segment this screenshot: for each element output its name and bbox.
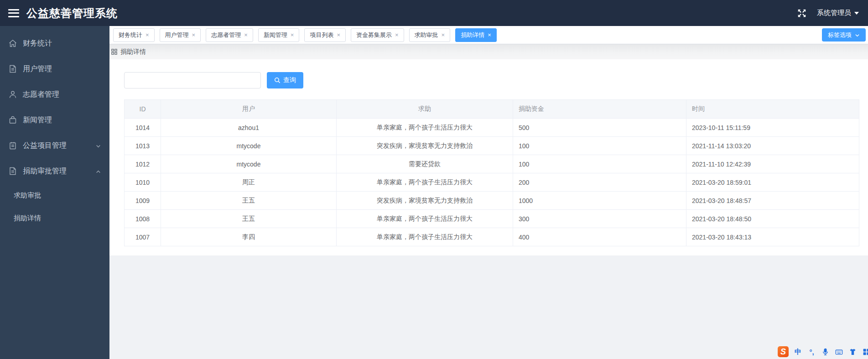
column-header: 求助 bbox=[337, 100, 513, 119]
column-header: 用户 bbox=[161, 100, 337, 119]
sidebar-item-label: 用户管理 bbox=[23, 64, 52, 74]
skin-icon[interactable] bbox=[848, 348, 857, 356]
table-row: 1008王五单亲家庭，两个孩子生活压力很大3002021-03-20 18:48… bbox=[125, 210, 859, 228]
tab-close-icon[interactable]: × bbox=[244, 32, 248, 38]
table-cell: mtycode bbox=[161, 137, 337, 155]
breadcrumb-label: 捐助详情 bbox=[120, 48, 146, 56]
search-icon bbox=[274, 77, 281, 83]
sidebar-subitem-help-approval[interactable]: 求助审批 bbox=[0, 184, 109, 207]
tab-close-icon[interactable]: × bbox=[488, 32, 491, 38]
toolbox-icon[interactable] bbox=[862, 348, 868, 356]
microphone-icon[interactable] bbox=[821, 348, 830, 356]
app-title: 公益慈善管理系统 bbox=[26, 6, 118, 21]
tab-label: 志愿者管理 bbox=[211, 31, 241, 39]
column-header: ID bbox=[125, 100, 161, 119]
tab-user-management[interactable]: 用户管理× bbox=[160, 28, 201, 42]
tags-wrap: 财务统计×用户管理×志愿者管理×新闻管理×项目列表×资金募集展示×求助审批×捐助… bbox=[113, 28, 502, 42]
table-cell: 1013 bbox=[125, 137, 161, 155]
table-cell: 李四 bbox=[161, 228, 337, 246]
main-area: 财务统计×用户管理×志愿者管理×新闻管理×项目列表×资金募集展示×求助审批×捐助… bbox=[109, 26, 868, 359]
table-cell: 1010 bbox=[125, 173, 161, 192]
column-header: 时间 bbox=[686, 100, 859, 119]
table-cell: 2021-03-20 18:59:01 bbox=[686, 173, 859, 192]
tab-project-list[interactable]: 项目列表× bbox=[304, 28, 346, 42]
tab-close-icon[interactable]: × bbox=[192, 32, 196, 38]
sidebar-item-label: 志愿者管理 bbox=[23, 90, 59, 99]
tab-label: 新闻管理 bbox=[264, 31, 287, 39]
keyboard-icon[interactable] bbox=[835, 348, 843, 356]
notebook-icon bbox=[8, 141, 17, 150]
query-button[interactable]: 查询 bbox=[267, 72, 303, 88]
tab-donation-detail[interactable]: 捐助详情× bbox=[455, 28, 497, 42]
table-cell: 2021-03-20 18:48:57 bbox=[686, 192, 859, 210]
table-row: 1009王五突发疾病，家境贫寒无力支持救治10002021-03-20 18:4… bbox=[125, 192, 859, 210]
sidebar-item-volunteer-management[interactable]: 志愿者管理 bbox=[0, 82, 109, 107]
sogou-logo-icon[interactable]: S bbox=[778, 346, 789, 357]
sidebar: 财务统计用户管理志愿者管理新闻管理公益项目管理捐助审批管理求助审批捐助详情 bbox=[0, 26, 109, 359]
donation-table: ID用户求助捐助资金时间 1014azhou1单亲家庭，两个孩子生活压力很大50… bbox=[124, 99, 859, 246]
punctuation-icon[interactable]: °, bbox=[807, 348, 816, 356]
chevron-up-icon bbox=[95, 168, 101, 174]
app-header: 公益慈善管理系统 系统管理员 bbox=[0, 0, 868, 26]
tab-close-icon[interactable]: × bbox=[337, 32, 340, 38]
table-cell: 周正 bbox=[161, 173, 337, 192]
table-cell: 2021-11-14 13:03:20 bbox=[686, 137, 859, 155]
table-cell: 400 bbox=[513, 228, 686, 246]
sidebar-item-finance-stats[interactable]: 财务统计 bbox=[0, 31, 109, 56]
content-card: 查询 ID用户求助捐助资金时间 1014azhou1单亲家庭，两个孩子生活压力很… bbox=[109, 59, 868, 255]
fullscreen-icon[interactable] bbox=[797, 8, 807, 18]
table-cell: 突发疾病，家境贫寒无力支持救治 bbox=[337, 192, 513, 210]
user-icon bbox=[8, 90, 17, 99]
table-row: 1007李四单亲家庭，两个孩子生活压力很大4002021-03-20 18:43… bbox=[125, 228, 859, 246]
ime-toolbar: S 中°, bbox=[778, 346, 868, 357]
tab-volunteer-management[interactable]: 志愿者管理× bbox=[206, 28, 253, 42]
table-cell: 2021-11-10 12:42:39 bbox=[686, 155, 859, 173]
tab-close-icon[interactable]: × bbox=[442, 32, 445, 38]
table-cell: 100 bbox=[513, 155, 686, 173]
sidebar-subitem-donation-detail[interactable]: 捐助详情 bbox=[0, 207, 109, 229]
tab-fund-raising-display[interactable]: 资金募集展示× bbox=[351, 28, 404, 42]
sidebar-menu: 财务统计用户管理志愿者管理新闻管理公益项目管理捐助审批管理求助审批捐助详情 bbox=[0, 31, 109, 229]
tab-close-icon[interactable]: × bbox=[395, 32, 399, 38]
user-dropdown[interactable]: 系统管理员 bbox=[817, 9, 859, 17]
tab-close-icon[interactable]: × bbox=[291, 32, 294, 38]
chevron-down-icon bbox=[855, 32, 860, 37]
table-cell: 2021-03-20 18:43:13 bbox=[686, 228, 859, 246]
sidebar-item-label: 财务统计 bbox=[23, 39, 52, 48]
tab-close-icon[interactable]: × bbox=[146, 32, 149, 38]
caret-down-icon bbox=[854, 12, 859, 15]
table-cell: 单亲家庭，两个孩子生活压力很大 bbox=[337, 228, 513, 246]
table-cell: 单亲家庭，两个孩子生活压力很大 bbox=[337, 173, 513, 192]
query-button-label: 查询 bbox=[283, 76, 296, 84]
table-cell: 单亲家庭，两个孩子生活压力很大 bbox=[337, 210, 513, 228]
hamburger-menu-icon[interactable] bbox=[8, 9, 19, 17]
tab-finance-stats[interactable]: 财务统计× bbox=[113, 28, 155, 42]
table-cell: 500 bbox=[513, 119, 686, 137]
chinese-mode-icon[interactable]: 中 bbox=[794, 348, 802, 356]
tab-help-approval[interactable]: 求助审批× bbox=[409, 28, 451, 42]
header-right: 系统管理员 bbox=[797, 8, 859, 18]
tab-label: 项目列表 bbox=[310, 31, 333, 39]
tab-label: 用户管理 bbox=[165, 31, 189, 39]
sidebar-item-user-management[interactable]: 用户管理 bbox=[0, 56, 109, 82]
grid-icon bbox=[111, 48, 118, 55]
column-header: 捐助资金 bbox=[513, 100, 686, 119]
table-cell: 200 bbox=[513, 173, 686, 192]
sidebar-item-label: 新闻管理 bbox=[23, 115, 52, 125]
sidebar-item-donation-approval-management[interactable]: 捐助审批管理 bbox=[0, 158, 109, 184]
home-icon bbox=[8, 39, 17, 48]
table-cell: 1014 bbox=[125, 119, 161, 137]
table-cell: 2023-10-11 15:11:59 bbox=[686, 119, 859, 137]
document-icon bbox=[8, 64, 17, 73]
search-input[interactable] bbox=[124, 72, 261, 88]
tab-news-management[interactable]: 新闻管理× bbox=[258, 28, 300, 42]
page-background bbox=[109, 255, 868, 359]
tag-options-button[interactable]: 标签选项 bbox=[822, 28, 866, 42]
sidebar-item-news-management[interactable]: 新闻管理 bbox=[0, 107, 109, 133]
tag-options-label: 标签选项 bbox=[828, 31, 852, 39]
table-cell: 1007 bbox=[125, 228, 161, 246]
sidebar-item-project-management[interactable]: 公益项目管理 bbox=[0, 133, 109, 158]
table-cell: 1008 bbox=[125, 210, 161, 228]
table-cell: 2021-03-20 18:48:50 bbox=[686, 210, 859, 228]
table-cell: 100 bbox=[513, 137, 686, 155]
